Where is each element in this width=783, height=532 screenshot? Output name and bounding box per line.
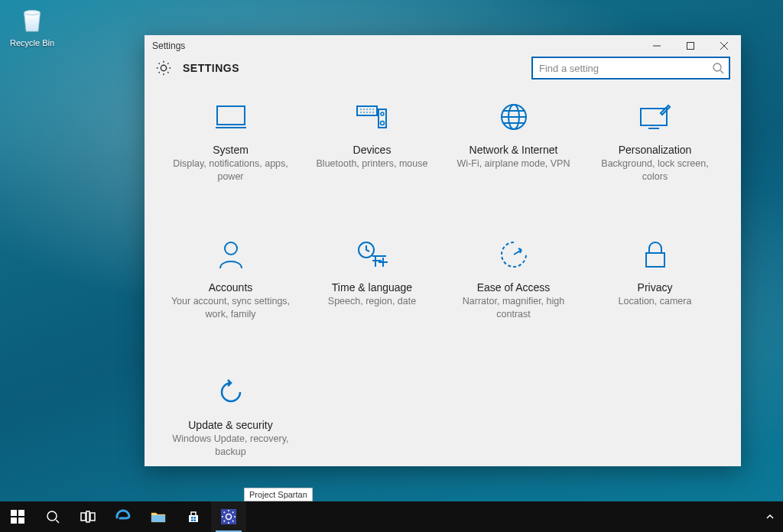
tile-title: System [213,144,249,156]
tile-subtitle: Your account, sync settings, work, famil… [170,295,292,321]
svg-point-2 [713,63,721,71]
tile-subtitle: Wi-Fi, airplane mode, VPN [457,157,570,170]
task-view-icon [80,511,96,523]
svg-rect-20 [90,513,95,521]
folder-icon [151,511,166,523]
svg-rect-23 [189,515,198,522]
tile-subtitle: Background, lock screen, colors [594,157,716,183]
tile-subtitle: Speech, region, date [328,295,416,308]
settings-window: Settings SETTINGS [145,35,741,466]
taskbar [0,501,783,532]
tile-system[interactable]: System Display, notifications, apps, pow… [160,93,301,223]
tile-subtitle: Bluetooth, printers, mouse [317,157,428,170]
devices-icon [356,103,389,131]
close-icon [720,42,728,50]
taskbar-tooltip: Project Spartan [244,488,313,501]
tile-title: Time & language [332,281,412,294]
tile-title: Network & Internet [469,144,558,156]
tile-network[interactable]: Network & Internet Wi-Fi, airplane mode,… [443,93,584,223]
svg-rect-27 [194,520,197,522]
tile-subtitle: Display, notifications, apps, power [170,157,292,183]
time-language-icon [356,239,389,270]
svg-rect-14 [11,510,17,516]
svg-point-7 [380,122,384,125]
edge-icon [115,508,132,525]
taskbar-file-explorer[interactable] [141,501,176,532]
settings-grid: System Display, notifications, apps, pow… [145,79,741,506]
windows-logo-icon [11,510,24,524]
search-input[interactable] [539,63,712,74]
tile-subtitle: Narrator, magnifier, high contrast [453,295,575,321]
svg-point-11 [225,242,237,255]
tile-privacy[interactable]: Privacy Location, camera [584,231,726,361]
recycle-bin-icon [16,5,48,37]
tile-ease-of-access[interactable]: Ease of Access Narrator, magnifier, high… [443,231,584,361]
svg-point-6 [381,112,384,115]
tile-title: Personalization [619,144,692,156]
svg-rect-25 [194,517,197,519]
tile-title: Update & security [188,419,273,431]
svg-rect-17 [18,517,24,524]
tile-title: Accounts [209,281,253,294]
recycle-bin-shortcut[interactable]: Recycle Bin [5,5,60,47]
taskbar-store[interactable] [176,501,211,532]
svg-rect-24 [191,517,193,519]
window-title: Settings [152,41,185,51]
tile-personalization[interactable]: Personalization Background, lock screen,… [584,93,726,223]
tile-time-language[interactable]: Time & language Speech, region, date [301,231,443,361]
tile-devices[interactable]: Devices Bluetooth, printers, mouse [301,93,443,223]
minimize-icon [653,42,661,50]
start-button[interactable] [0,501,35,532]
taskbar-edge[interactable] [106,501,141,532]
minimize-button[interactable] [640,35,674,57]
taskbar-search[interactable] [35,501,70,532]
close-button[interactable] [707,35,741,57]
ease-of-access-icon [499,239,529,270]
taskbar-right [757,501,783,532]
tile-subtitle: Location, camera [619,295,692,308]
tile-title: Devices [353,144,392,156]
maximize-button[interactable] [674,35,707,57]
search-box[interactable] [531,57,730,79]
settings-header: SETTINGS [145,57,741,79]
lock-icon [642,239,669,270]
personalization-icon [638,102,673,131]
chevron-up-icon [765,512,775,521]
search-icon [46,510,60,524]
tile-subtitle: Windows Update, recovery, backup [170,433,292,459]
gear-icon [155,60,172,76]
svg-rect-22 [151,515,165,522]
update-icon [216,377,246,407]
tile-accounts[interactable]: Accounts Your account, sync settings, wo… [160,231,301,361]
task-view-button[interactable] [70,501,106,532]
person-icon [216,239,246,270]
tile-title: Privacy [638,281,673,294]
svg-rect-3 [217,106,245,125]
svg-point-18 [47,511,57,521]
globe-icon [499,102,529,132]
taskbar-settings[interactable] [211,501,246,532]
svg-rect-19 [81,513,86,521]
svg-rect-1 [687,43,694,50]
search-icon [712,62,724,74]
maximize-icon [687,42,694,50]
tile-title: Ease of Access [477,281,551,294]
svg-rect-16 [11,517,17,524]
svg-rect-4 [357,106,377,115]
svg-rect-21 [86,511,89,522]
system-icon [214,103,248,131]
svg-rect-13 [646,253,664,267]
recycle-bin-label: Recycle Bin [5,38,60,47]
window-titlebar[interactable]: Settings [145,35,741,57]
svg-point-0 [24,10,41,15]
tile-update-security[interactable]: Update & security Windows Update, recove… [160,368,301,498]
show-hidden-icons[interactable] [757,512,783,521]
settings-heading: SETTINGS [183,62,239,74]
svg-rect-15 [18,510,24,516]
desktop-wallpaper: Recycle Bin Settings SETTINGS [0,0,783,532]
store-icon [186,510,201,524]
settings-taskbar-icon [219,508,238,526]
svg-rect-26 [191,520,193,522]
